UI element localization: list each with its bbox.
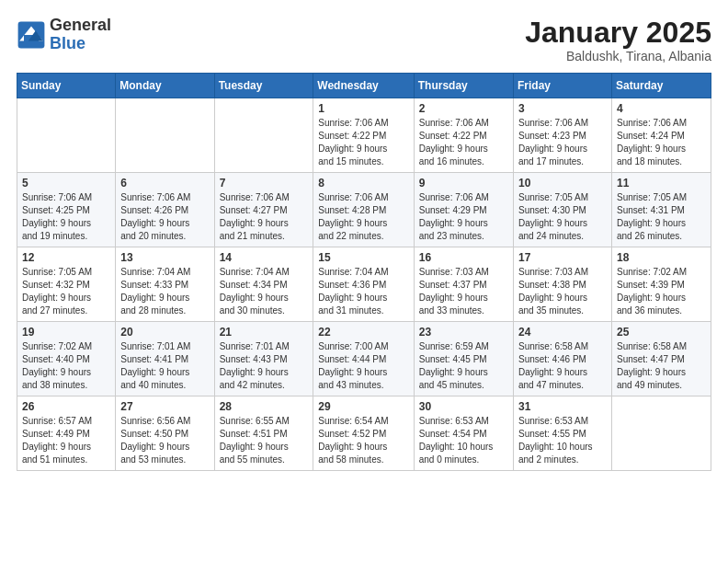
- day-content: Sunrise: 6:53 AM Sunset: 4:55 PM Dayligh…: [518, 415, 607, 466]
- day-content: Sunrise: 6:59 AM Sunset: 4:45 PM Dayligh…: [419, 340, 508, 392]
- day-content: Sunrise: 6:57 AM Sunset: 4:49 PM Dayligh…: [22, 415, 110, 466]
- month-title: January 2025: [525, 17, 711, 49]
- weekday-header-friday: Friday: [513, 74, 611, 98]
- day-content: Sunrise: 7:06 AM Sunset: 4:24 PM Dayligh…: [617, 117, 706, 168]
- day-number: 15: [318, 251, 408, 264]
- logo-icon: [17, 20, 46, 50]
- location-subtitle: Baldushk, Tirana, Albania: [525, 49, 711, 63]
- logo: General Blue: [17, 17, 111, 53]
- calendar-day-15: 15Sunrise: 7:04 AM Sunset: 4:36 PM Dayli…: [313, 247, 414, 322]
- day-content: Sunrise: 7:01 AM Sunset: 4:41 PM Dayligh…: [120, 340, 209, 392]
- day-number: 7: [220, 177, 309, 190]
- calendar-day-4: 4Sunrise: 7:06 AM Sunset: 4:24 PM Daylig…: [611, 98, 711, 173]
- calendar-day-16: 16Sunrise: 7:03 AM Sunset: 4:37 PM Dayli…: [414, 247, 513, 322]
- day-number: 21: [220, 326, 309, 339]
- logo-text: General Blue: [50, 17, 111, 53]
- day-content: Sunrise: 7:03 AM Sunset: 4:37 PM Dayligh…: [419, 266, 508, 317]
- day-content: Sunrise: 6:58 AM Sunset: 4:46 PM Dayligh…: [518, 340, 607, 392]
- day-number: 18: [617, 251, 706, 264]
- day-number: 16: [419, 251, 508, 264]
- calendar-day-18: 18Sunrise: 7:02 AM Sunset: 4:39 PM Dayli…: [611, 247, 711, 322]
- calendar-day-24: 24Sunrise: 6:58 AM Sunset: 4:46 PM Dayli…: [513, 322, 611, 396]
- calendar-day-12: 12Sunrise: 7:05 AM Sunset: 4:32 PM Dayli…: [17, 247, 116, 322]
- day-number: 28: [220, 400, 309, 413]
- day-content: Sunrise: 6:54 AM Sunset: 4:52 PM Dayligh…: [318, 415, 408, 466]
- calendar-day-29: 29Sunrise: 6:54 AM Sunset: 4:52 PM Dayli…: [313, 396, 414, 471]
- day-number: 5: [22, 177, 110, 190]
- weekday-header-thursday: Thursday: [414, 74, 513, 98]
- day-number: 25: [617, 326, 706, 339]
- calendar-table: SundayMondayTuesdayWednesdayThursdayFrid…: [17, 73, 711, 471]
- calendar-week-row: 12Sunrise: 7:05 AM Sunset: 4:32 PM Dayli…: [17, 247, 711, 322]
- day-content: Sunrise: 6:55 AM Sunset: 4:51 PM Dayligh…: [220, 415, 309, 466]
- weekday-header-row: SundayMondayTuesdayWednesdayThursdayFrid…: [17, 74, 711, 98]
- day-number: 9: [419, 177, 508, 190]
- day-number: 30: [419, 400, 508, 413]
- weekday-header-monday: Monday: [116, 74, 214, 98]
- calendar-day-25: 25Sunrise: 6:58 AM Sunset: 4:47 PM Dayli…: [611, 322, 711, 396]
- day-number: 17: [518, 251, 607, 264]
- calendar-day-23: 23Sunrise: 6:59 AM Sunset: 4:45 PM Dayli…: [414, 322, 513, 396]
- empty-cell: [17, 98, 116, 173]
- day-number: 6: [120, 177, 209, 190]
- day-number: 1: [318, 102, 408, 115]
- page: General Blue January 2025 Baldushk, Tira…: [0, 0, 728, 563]
- day-content: Sunrise: 7:02 AM Sunset: 4:39 PM Dayligh…: [617, 266, 706, 317]
- weekday-header-tuesday: Tuesday: [214, 74, 313, 98]
- title-area: January 2025 Baldushk, Tirana, Albania: [525, 17, 711, 63]
- day-content: Sunrise: 7:06 AM Sunset: 4:27 PM Dayligh…: [220, 191, 309, 243]
- calendar-day-20: 20Sunrise: 7:01 AM Sunset: 4:41 PM Dayli…: [116, 322, 214, 396]
- calendar-day-7: 7Sunrise: 7:06 AM Sunset: 4:27 PM Daylig…: [214, 173, 313, 247]
- day-content: Sunrise: 7:04 AM Sunset: 4:34 PM Dayligh…: [220, 266, 309, 317]
- calendar-day-1: 1Sunrise: 7:06 AM Sunset: 4:22 PM Daylig…: [313, 98, 414, 173]
- day-number: 10: [518, 177, 607, 190]
- day-content: Sunrise: 7:03 AM Sunset: 4:38 PM Dayligh…: [518, 266, 607, 317]
- day-content: Sunrise: 7:05 AM Sunset: 4:30 PM Dayligh…: [518, 191, 607, 243]
- day-content: Sunrise: 7:02 AM Sunset: 4:40 PM Dayligh…: [22, 340, 110, 392]
- day-number: 2: [419, 102, 508, 115]
- calendar-day-28: 28Sunrise: 6:55 AM Sunset: 4:51 PM Dayli…: [214, 396, 313, 471]
- day-number: 4: [617, 102, 706, 115]
- calendar-day-22: 22Sunrise: 7:00 AM Sunset: 4:44 PM Dayli…: [313, 322, 414, 396]
- day-number: 19: [22, 326, 110, 339]
- day-content: Sunrise: 6:53 AM Sunset: 4:54 PM Dayligh…: [419, 415, 508, 466]
- day-number: 13: [120, 251, 209, 264]
- weekday-header-saturday: Saturday: [611, 74, 711, 98]
- calendar-day-8: 8Sunrise: 7:06 AM Sunset: 4:28 PM Daylig…: [313, 173, 414, 247]
- calendar-week-row: 5Sunrise: 7:06 AM Sunset: 4:25 PM Daylig…: [17, 173, 711, 247]
- calendar-week-row: 1Sunrise: 7:06 AM Sunset: 4:22 PM Daylig…: [17, 98, 711, 173]
- day-content: Sunrise: 7:06 AM Sunset: 4:26 PM Dayligh…: [120, 191, 209, 243]
- day-content: Sunrise: 6:56 AM Sunset: 4:50 PM Dayligh…: [120, 415, 209, 466]
- calendar-day-27: 27Sunrise: 6:56 AM Sunset: 4:50 PM Dayli…: [116, 396, 214, 471]
- logo-blue: Blue: [50, 35, 111, 53]
- calendar-day-13: 13Sunrise: 7:04 AM Sunset: 4:33 PM Dayli…: [116, 247, 214, 322]
- calendar-day-26: 26Sunrise: 6:57 AM Sunset: 4:49 PM Dayli…: [17, 396, 116, 471]
- day-content: Sunrise: 7:05 AM Sunset: 4:32 PM Dayligh…: [22, 266, 110, 317]
- day-content: Sunrise: 7:06 AM Sunset: 4:28 PM Dayligh…: [318, 191, 408, 243]
- day-number: 3: [518, 102, 607, 115]
- calendar-day-21: 21Sunrise: 7:01 AM Sunset: 4:43 PM Dayli…: [214, 322, 313, 396]
- day-content: Sunrise: 7:00 AM Sunset: 4:44 PM Dayligh…: [318, 340, 408, 392]
- logo-general: General: [50, 17, 111, 35]
- calendar-day-19: 19Sunrise: 7:02 AM Sunset: 4:40 PM Dayli…: [17, 322, 116, 396]
- day-content: Sunrise: 7:06 AM Sunset: 4:22 PM Dayligh…: [419, 117, 508, 168]
- day-number: 22: [318, 326, 408, 339]
- day-content: Sunrise: 7:04 AM Sunset: 4:36 PM Dayligh…: [318, 266, 408, 317]
- day-content: Sunrise: 7:05 AM Sunset: 4:31 PM Dayligh…: [617, 191, 706, 243]
- day-number: 23: [419, 326, 508, 339]
- day-number: 12: [22, 251, 110, 264]
- weekday-header-sunday: Sunday: [17, 74, 116, 98]
- day-content: Sunrise: 7:06 AM Sunset: 4:22 PM Dayligh…: [318, 117, 408, 168]
- day-content: Sunrise: 7:06 AM Sunset: 4:23 PM Dayligh…: [518, 117, 607, 168]
- calendar-day-10: 10Sunrise: 7:05 AM Sunset: 4:30 PM Dayli…: [513, 173, 611, 247]
- day-content: Sunrise: 7:04 AM Sunset: 4:33 PM Dayligh…: [120, 266, 209, 317]
- day-number: 20: [120, 326, 209, 339]
- calendar-day-11: 11Sunrise: 7:05 AM Sunset: 4:31 PM Dayli…: [611, 173, 711, 247]
- calendar-day-14: 14Sunrise: 7:04 AM Sunset: 4:34 PM Dayli…: [214, 247, 313, 322]
- calendar-day-30: 30Sunrise: 6:53 AM Sunset: 4:54 PM Dayli…: [414, 396, 513, 471]
- calendar-day-5: 5Sunrise: 7:06 AM Sunset: 4:25 PM Daylig…: [17, 173, 116, 247]
- empty-cell: [116, 98, 214, 173]
- calendar-day-6: 6Sunrise: 7:06 AM Sunset: 4:26 PM Daylig…: [116, 173, 214, 247]
- calendar-day-3: 3Sunrise: 7:06 AM Sunset: 4:23 PM Daylig…: [513, 98, 611, 173]
- calendar-day-9: 9Sunrise: 7:06 AM Sunset: 4:29 PM Daylig…: [414, 173, 513, 247]
